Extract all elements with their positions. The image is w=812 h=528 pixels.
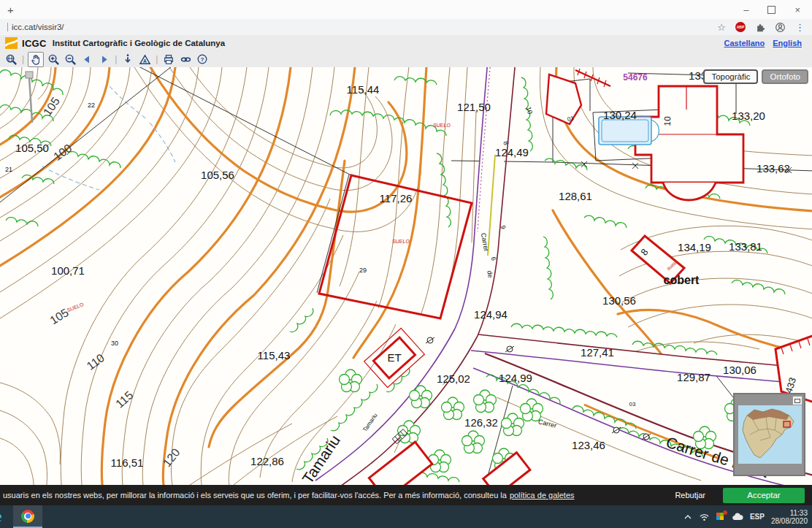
- toolbar-separator: |: [156, 54, 158, 64]
- url-field[interactable]: icc.cat/vissir3/: [7, 23, 64, 31]
- feature-info-icon[interactable]: [120, 53, 135, 66]
- pan-hand-icon[interactable]: [28, 52, 44, 67]
- map-label: 115,43: [258, 349, 291, 361]
- browser-tab-strip: + – ×: [0, 0, 812, 20]
- map-label: 124,49: [495, 146, 529, 158]
- zoom-in-icon[interactable]: [46, 53, 61, 66]
- map-canvas[interactable]: 115,44121,50105,50105,56117,26124,49128,…: [0, 67, 812, 485]
- minimap-minimize-button[interactable]: [792, 396, 803, 405]
- language-links: Castellano English: [719, 39, 812, 47]
- map-label: 130,56: [602, 294, 636, 307]
- cookie-banner: usuaris en els nostres webs, per millora…: [0, 485, 812, 505]
- browser-window: + – × icc.cat/vissir3/ ☆ ABP ⋮ ICGC Inst…: [0, 0, 812, 528]
- window-controls: – ×: [743, 5, 812, 15]
- map-label: 124,99: [499, 372, 532, 384]
- new-tab-button[interactable]: +: [7, 4, 22, 16]
- permalink-icon[interactable]: [178, 53, 193, 66]
- map-label: 21: [5, 166, 12, 173]
- language-indicator[interactable]: ESP: [750, 513, 765, 521]
- map-label: 115: [113, 389, 135, 410]
- accept-cookies-button[interactable]: Acceptar: [723, 488, 805, 503]
- org-name: Institut Cartogràfic i Geològic de Catal…: [53, 39, 225, 47]
- lang-link-english[interactable]: English: [773, 39, 802, 47]
- cookie-message: usuaris en els nostres webs, per millora…: [3, 491, 507, 500]
- extensions-puzzle-icon[interactable]: [755, 22, 765, 32]
- measure-icon[interactable]: A: [137, 53, 152, 66]
- map-label: SUELO: [392, 239, 410, 244]
- map-label: 10: [662, 116, 673, 126]
- zoom-extent-icon[interactable]: [4, 53, 18, 66]
- viewport-marker: [784, 421, 790, 427]
- map-label: 110: [84, 351, 107, 372]
- map-label: 127,41: [581, 346, 614, 359]
- print-icon[interactable]: [161, 53, 176, 66]
- catalonia-overview: [738, 398, 802, 471]
- map-label: 126,32: [464, 416, 498, 429]
- icgc-brand: ICGC: [22, 38, 47, 49]
- lang-link-castellano[interactable]: Castellano: [724, 39, 765, 47]
- map-label: Carrer: [537, 418, 557, 429]
- map-label: 130,24: [603, 109, 637, 121]
- map-label: 129,87: [677, 371, 710, 383]
- clock-date: 28/08/2020: [771, 517, 808, 525]
- map-label: 116,51: [111, 456, 144, 469]
- map-label: 128,61: [559, 190, 592, 202]
- history-forward-icon[interactable]: [96, 53, 111, 66]
- internet-explorer-icon[interactable]: e: [0, 508, 8, 526]
- text-caret: [7, 23, 8, 31]
- icgc-logo-icon: [5, 37, 18, 49]
- onedrive-cloud-icon[interactable]: [732, 513, 743, 521]
- map-symbols: [26, 72, 651, 479]
- toolbar-separator: |: [115, 54, 117, 64]
- maximize-button[interactable]: [767, 6, 775, 14]
- overview-minimap[interactable]: [733, 393, 805, 476]
- minimize-button[interactable]: –: [743, 5, 748, 15]
- taskbar-clock[interactable]: 11:33 28/08/2020: [771, 509, 808, 525]
- map-label: 121,50: [457, 101, 491, 113]
- chrome-taskbar-button[interactable]: [13, 505, 42, 528]
- map-label: Tamariu: [361, 412, 378, 433]
- layer-buttons: Topogràfic Ortofoto: [703, 69, 808, 84]
- map-label: SUELO: [66, 302, 85, 313]
- app-tray-icon[interactable]: [716, 513, 725, 521]
- toolbar-separator: |: [22, 54, 24, 64]
- reject-cookies-button[interactable]: Rebutjar: [675, 491, 705, 500]
- browser-menu-icon[interactable]: ⋮: [795, 22, 805, 33]
- map-label: 03: [629, 401, 636, 408]
- svg-text:A: A: [143, 58, 147, 64]
- zoom-out-icon[interactable]: [63, 53, 77, 66]
- close-button[interactable]: ×: [794, 5, 800, 15]
- topographic-map[interactable]: 115,44121,50105,50105,56117,26124,49128,…: [0, 67, 812, 485]
- wifi-icon[interactable]: [699, 512, 710, 521]
- layer-button-ortofoto[interactable]: Ortofoto: [762, 69, 808, 84]
- clock-time: 11:33: [771, 509, 808, 517]
- map-toolbar: | | A | ?: [0, 51, 812, 68]
- history-back-icon[interactable]: [80, 53, 94, 66]
- map-label: 105,56: [201, 169, 234, 181]
- map-label: 133,81: [729, 240, 762, 253]
- map-label: 105: [41, 95, 62, 118]
- profile-icon[interactable]: [775, 22, 786, 33]
- cookie-policy-link[interactable]: política de galetes: [510, 491, 575, 500]
- map-label: 117,26: [380, 192, 413, 204]
- map-label: de: [486, 270, 494, 279]
- url-text: icc.cat/vissir3/: [12, 23, 64, 31]
- map-label: 105,50: [15, 142, 49, 154]
- bookmark-star-icon[interactable]: ☆: [717, 22, 726, 33]
- map-label: 124,94: [474, 308, 508, 321]
- map-label: cobert: [664, 274, 700, 286]
- stream-lines: [42, 86, 175, 190]
- map-label: 10: [525, 106, 535, 115]
- notification-badge: [723, 510, 727, 515]
- adblock-icon[interactable]: ABP: [735, 22, 746, 32]
- map-label: SUELO: [433, 123, 451, 128]
- tray-expand-icon[interactable]: [683, 513, 692, 521]
- map-label: 100,71: [51, 264, 85, 277]
- chrome-icon: [21, 510, 34, 523]
- layer-button-topografic[interactable]: Topogràfic: [703, 69, 758, 84]
- help-icon[interactable]: ?: [195, 53, 210, 66]
- map-label: 134,19: [678, 241, 711, 253]
- map-label: 22: [88, 102, 95, 109]
- map-label: 9: [499, 225, 507, 230]
- map-label: 130,06: [723, 364, 757, 376]
